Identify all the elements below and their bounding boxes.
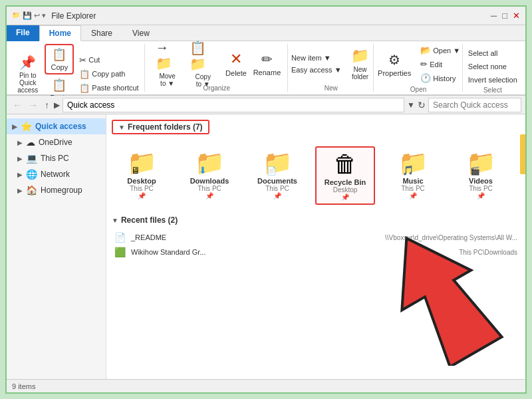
music-folder-sub: This PC <box>401 185 425 192</box>
wikihow-icon: 🟩 <box>114 247 126 257</box>
properties-icon: ⚙ <box>388 52 400 68</box>
tab-file[interactable]: File <box>7 25 39 41</box>
new-folder-icon: 📁 <box>351 47 369 65</box>
new-buttons: New item ▼ Easy access ▼ 📁 Newfolder <box>289 44 374 83</box>
move-to-button[interactable]: →📁 Moveto ▼ <box>152 45 184 82</box>
forward-button[interactable]: → <box>27 100 40 110</box>
paste-icon: 📋 <box>52 78 66 92</box>
open-group: ⚙ Properties 📂 Open ▼ ✏ Edit � <box>375 44 463 92</box>
videos-sub-icon: 🎬 <box>470 166 480 176</box>
folder-item-music[interactable]: 📁 🎵 Music This PC 📌 <box>383 146 443 205</box>
copy-path-icon: 📋 <box>79 69 90 79</box>
properties-label: Properties <box>378 69 411 77</box>
up-button[interactable]: ↑ <box>43 100 51 110</box>
maximize-button[interactable]: □ <box>502 11 507 21</box>
frequent-folders-label: Frequent folders (7) <box>128 122 203 132</box>
organize-buttons: →📁 Moveto ▼ 📋📁 Copyto ▼ ✕ Delete ✏ Renam… <box>152 44 282 83</box>
downloads-folder-sub: This PC <box>198 185 221 192</box>
edit-label: Edit <box>430 61 442 68</box>
file-explorer-window: 📁 💾 ↩ ▾ File Explorer ─ □ ✕ File Home Sh… <box>5 5 527 394</box>
close-button[interactable]: ✕ <box>513 11 520 21</box>
videos-pin-icon: 📌 <box>477 192 485 200</box>
organize-label: Organize <box>203 83 231 92</box>
tab-share[interactable]: Share <box>81 25 122 41</box>
sidebar-item-homegroup[interactable]: ▶ 🏠 Homegroup <box>7 182 106 198</box>
address-input[interactable] <box>63 98 404 112</box>
recent-item-readme[interactable]: 📄 _README \\Vboxsvr\d_drive\Operating Sy… <box>112 230 520 245</box>
title-icon: 📁 <box>12 11 20 20</box>
minimize-button[interactable]: ─ <box>491 11 497 21</box>
properties-button[interactable]: ⚙ Properties <box>374 46 415 83</box>
quick-access-icon: ⭐ <box>21 121 32 132</box>
frequent-folders-header: ▼ Frequent folders (7) <box>112 120 209 134</box>
sidebar-item-onedrive[interactable]: ▶ ☁ OneDrive <box>7 134 106 150</box>
sidebar-item-network[interactable]: ▶ 🌐 Network <box>7 166 106 182</box>
sidebar-network-label: Network <box>41 170 70 179</box>
clipboard-buttons: 📌 Pin to Quickaccess 📋 Copy 📋 Paste <box>13 44 141 104</box>
downloads-folder-name: Downloads <box>190 177 229 185</box>
clipboard-group: 📌 Pin to Quickaccess 📋 Copy 📋 Paste <box>11 44 145 92</box>
copy-path-label: Copy path <box>92 70 125 78</box>
recycle-pin-icon: 📌 <box>341 194 349 201</box>
search-input[interactable] <box>428 98 521 112</box>
new-item-button[interactable]: New item ▼ <box>289 53 344 63</box>
documents-sub-icon: 📄 <box>267 166 277 176</box>
readme-name: _README <box>131 233 380 241</box>
move-icon: →📁 <box>156 40 180 71</box>
easy-access-button[interactable]: Easy access ▼ <box>289 65 344 75</box>
folder-item-downloads[interactable]: 📁 ⬇ Downloads This PC 📌 <box>180 146 239 205</box>
copy-to-button[interactable]: 📋📁 Copyto ▼ <box>186 45 220 82</box>
history-button[interactable]: 🕐 History <box>418 72 463 84</box>
pin-icon: 📌 <box>19 55 36 70</box>
recent-section: ▼ Recent files (2) 📄 _README \\Vboxsvr\d… <box>112 215 520 259</box>
new-label: New <box>325 83 338 92</box>
tab-view[interactable]: View <box>122 25 160 41</box>
sidebar-item-this-pc[interactable]: ▶ 💻 This PC <box>7 150 106 166</box>
folder-item-desktop[interactable]: 📁 🖥 Desktop This PC 📌 <box>112 146 172 205</box>
paste-shortcut-icon: 📋 <box>79 83 90 93</box>
cut-button[interactable]: ✂ Cut <box>76 54 141 66</box>
folder-item-documents[interactable]: 📁 📄 Documents This PC 📌 <box>247 146 307 205</box>
back-button[interactable]: ← <box>11 100 24 110</box>
tab-home[interactable]: Home <box>39 25 81 41</box>
invert-label: Invert selection <box>468 76 517 84</box>
select-all-button[interactable]: Select all <box>466 48 520 59</box>
select-none-button[interactable]: Select none <box>466 61 520 72</box>
folder-item-videos[interactable]: 📁 🎬 Videos This PC 📌 <box>451 146 511 205</box>
open-buttons: ⚙ Properties 📂 Open ▼ ✏ Edit � <box>374 44 463 84</box>
new-folder-button[interactable]: 📁 Newfolder <box>347 45 374 82</box>
cut-icon: ✂ <box>79 55 86 65</box>
refresh-button[interactable]: ↻ <box>418 100 426 110</box>
clipboard-col: 📋 Copy 📋 Paste <box>45 44 74 104</box>
rename-button[interactable]: ✏ Rename <box>252 45 282 82</box>
desktop-folder-sub: This PC <box>130 185 154 192</box>
copy-to-icon: 📋📁 <box>190 40 216 72</box>
copy-path-button[interactable]: 📋 Copy path <box>76 68 141 80</box>
sidebar-this-pc-label: This PC <box>41 154 69 163</box>
copy-icon: 📋 <box>52 47 66 62</box>
invert-selection-button[interactable]: Invert selection <box>466 74 520 85</box>
edit-icon: ✏ <box>420 59 428 69</box>
delete-label: Delete <box>225 69 247 77</box>
open-icon: 📂 <box>420 45 431 55</box>
dropdown-arrow[interactable]: ▼ <box>407 100 415 110</box>
recent-item-wikihow[interactable]: 🟩 Wikihow Standard Gr... This PC\Downloa… <box>112 245 520 259</box>
folder-item-recycle-bin[interactable]: 🗑 Recycle Bin Desktop 📌 <box>315 146 375 205</box>
recycle-bin-icon: 🗑 <box>333 150 357 178</box>
sidebar-item-quick-access[interactable]: ▶ ⭐ Quick access <box>7 118 106 134</box>
copy-button[interactable]: 📋 Copy <box>45 44 74 74</box>
easy-access-label: Easy access ▼ <box>291 66 342 74</box>
paste-shortcut-button[interactable]: 📋 Paste shortcut <box>76 82 141 94</box>
onedrive-icon: ☁ <box>26 137 35 148</box>
delete-button[interactable]: ✕ Delete <box>223 45 249 82</box>
main-area: ▶ ⭐ Quick access ▶ ☁ OneDrive ▶ 💻 This P… <box>7 114 525 379</box>
edit-button[interactable]: ✏ Edit <box>418 58 463 70</box>
window-title: File Explorer <box>51 11 96 21</box>
move-to-label: Moveto ▼ <box>159 72 175 87</box>
open-button[interactable]: 📂 Open ▼ <box>418 44 463 57</box>
readme-path: \\Vboxsvr\d_drive\Operating Systems\All … <box>385 234 517 241</box>
rename-icon: ✏ <box>261 51 273 67</box>
pin-to-quick-access-button[interactable]: 📌 Pin to Quickaccess <box>13 55 42 92</box>
window-controls: 📁 💾 ↩ ▾ <box>12 11 46 20</box>
videos-folder-name: Videos <box>469 177 493 185</box>
